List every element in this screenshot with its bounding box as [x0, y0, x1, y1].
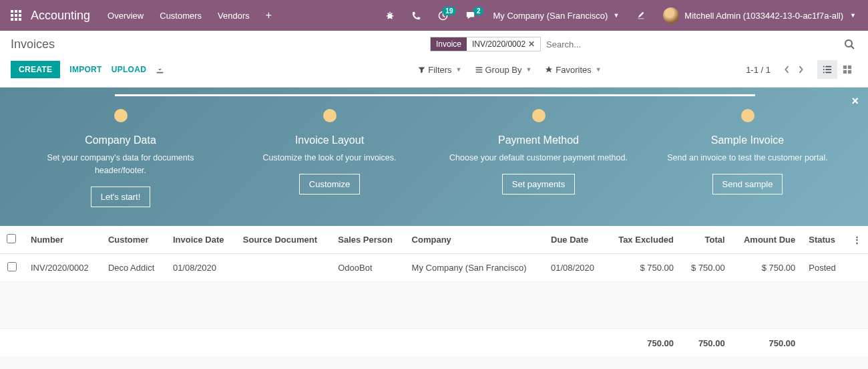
caret-down-icon: ▼: [596, 66, 602, 73]
svg-rect-17: [823, 69, 825, 70]
svg-rect-18: [825, 69, 831, 70]
search-facet: Invoice INV/2020/0002 ✕: [430, 37, 541, 51]
invoice-list-table: Number Customer Invoice Date Source Docu…: [0, 226, 868, 356]
svg-rect-23: [843, 70, 847, 74]
search-icon[interactable]: [841, 36, 857, 52]
breadcrumb: Invoices: [11, 37, 430, 51]
discuss-badge: 2: [473, 7, 484, 15]
col-salesperson[interactable]: Sales Person: [331, 226, 405, 254]
new-menu-icon[interactable]: +: [258, 9, 280, 21]
send-sample-button[interactable]: Send sample: [712, 174, 783, 195]
col-status[interactable]: Status: [802, 226, 846, 254]
step-dot-icon: [323, 109, 337, 122]
svg-rect-15: [823, 66, 825, 68]
company-selector[interactable]: My Company (San Francisco) ▼: [486, 7, 626, 25]
activities-badge: 19: [442, 7, 456, 15]
svg-rect-21: [843, 66, 847, 69]
step-desc: Choose your default customer payment met…: [434, 152, 643, 164]
pager[interactable]: 1-1 / 1: [746, 65, 771, 75]
svg-rect-24: [848, 70, 851, 74]
filters-button[interactable]: Filters ▼: [418, 65, 461, 75]
download-icon[interactable]: [156, 66, 164, 74]
nav-vendors[interactable]: Vendors: [210, 11, 258, 21]
app-brand[interactable]: Accounting: [27, 9, 99, 23]
optional-columns-icon[interactable]: ⋮: [846, 226, 868, 254]
cell-source: [236, 253, 331, 281]
list-view-icon[interactable]: [817, 60, 837, 79]
onboarding-step-payment: Payment Method Choose your default custo…: [434, 109, 643, 207]
cell-customer: Deco Addict: [101, 253, 166, 281]
activities-icon[interactable]: 19: [431, 7, 455, 25]
onboarding-step-company: Company Data Set your company's data for…: [16, 109, 225, 207]
svg-rect-5: [19, 14, 21, 17]
cell-total: $ 750.00: [680, 253, 732, 281]
footer-total: 750.00: [680, 328, 732, 356]
caret-down-icon: ▼: [456, 66, 462, 73]
top-navbar: Accounting Overview Customers Vendors + …: [0, 0, 868, 31]
step-desc: Send an invoice to test the customer por…: [643, 152, 852, 164]
step-desc: Set your company's data for documents he…: [16, 152, 225, 177]
groupby-label: Group By: [485, 65, 522, 75]
kanban-view-icon[interactable]: [837, 60, 857, 79]
col-tax-excl[interactable]: Tax Excluded: [606, 226, 680, 254]
col-number[interactable]: Number: [24, 226, 101, 254]
close-icon[interactable]: ×: [851, 94, 859, 108]
step-desc: Customize the look of your invoices.: [225, 152, 434, 164]
nav-overview[interactable]: Overview: [99, 11, 152, 21]
row-checkbox[interactable]: [7, 262, 17, 271]
svg-rect-0: [11, 10, 13, 13]
lets-start-button[interactable]: Let's start!: [91, 187, 151, 207]
search-input[interactable]: [541, 37, 841, 52]
svg-rect-14: [475, 72, 482, 72]
favorites-button[interactable]: Favorites ▼: [545, 65, 601, 75]
upload-button[interactable]: UPLOAD: [112, 65, 146, 74]
svg-rect-4: [15, 14, 17, 17]
cell-invoice-date: 01/08/2020: [166, 253, 236, 281]
facet-remove-icon[interactable]: ✕: [528, 39, 535, 49]
control-panel: Invoices Invoice INV/2020/0002 ✕ CREATE …: [0, 31, 868, 88]
col-invoice-date[interactable]: Invoice Date: [166, 226, 236, 254]
apps-icon[interactable]: [5, 10, 27, 21]
col-due-date[interactable]: Due Date: [544, 226, 606, 254]
svg-point-11: [845, 40, 852, 47]
caret-down-icon: ▼: [850, 12, 856, 19]
set-payments-button[interactable]: Set payments: [502, 174, 576, 195]
pager-next-icon[interactable]: [795, 64, 807, 76]
onboarding-step-sample: Sample Invoice Send an invoice to test t…: [643, 109, 852, 207]
step-title: Invoice Layout: [225, 134, 434, 146]
cell-tax-excl: $ 750.00: [606, 253, 680, 281]
phone-icon[interactable]: [405, 7, 427, 24]
groupby-button[interactable]: Group By ▼: [475, 65, 532, 75]
pager-prev-icon[interactable]: [781, 64, 793, 76]
company-name: My Company (San Francisco): [493, 11, 608, 21]
table-row[interactable]: INV/2020/0002 Deco Addict 01/08/2020 Odo…: [0, 253, 868, 281]
step-dot-icon: [532, 109, 546, 122]
cell-company: My Company (San Francisco): [405, 253, 544, 281]
step-dot-icon: [741, 109, 754, 122]
import-button[interactable]: IMPORT: [69, 65, 101, 74]
col-total[interactable]: Total: [680, 226, 732, 254]
caret-down-icon: ▼: [613, 12, 619, 19]
cell-number: INV/2020/0002: [24, 253, 101, 281]
svg-rect-1: [15, 10, 17, 13]
svg-rect-7: [15, 18, 17, 21]
col-amount-due[interactable]: Amount Due: [732, 226, 803, 254]
discuss-icon[interactable]: 2: [459, 7, 482, 25]
svg-rect-16: [825, 66, 831, 68]
debug-icon[interactable]: [379, 7, 401, 24]
filters-label: Filters: [428, 65, 451, 75]
settings-icon[interactable]: [630, 7, 652, 24]
step-title: Sample Invoice: [643, 134, 852, 146]
step-title: Payment Method: [434, 134, 643, 146]
nav-customers[interactable]: Customers: [152, 11, 210, 21]
customize-button[interactable]: Customize: [299, 174, 360, 195]
col-source[interactable]: Source Document: [236, 226, 331, 254]
user-menu[interactable]: Mitchell Admin (1033442-13-0-ac1f7a-all)…: [656, 5, 863, 26]
col-customer[interactable]: Customer: [101, 226, 166, 254]
footer-tax-excl: 750.00: [606, 328, 680, 356]
col-company[interactable]: Company: [405, 226, 544, 254]
select-all-checkbox[interactable]: [7, 234, 16, 243]
svg-rect-13: [475, 69, 482, 70]
svg-rect-22: [848, 66, 851, 69]
create-button[interactable]: CREATE: [11, 61, 60, 78]
